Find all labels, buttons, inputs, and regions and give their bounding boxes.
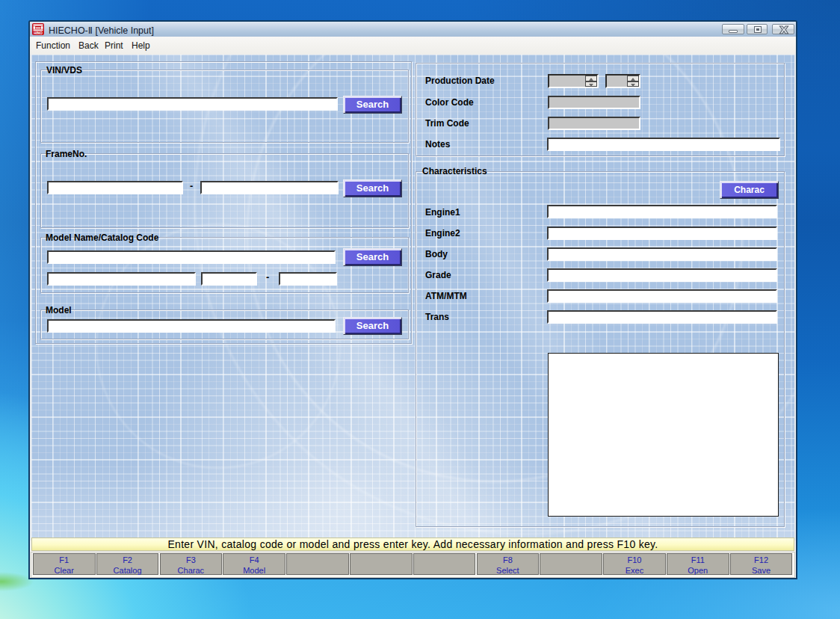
svg-text:HINO: HINO: [34, 31, 43, 35]
